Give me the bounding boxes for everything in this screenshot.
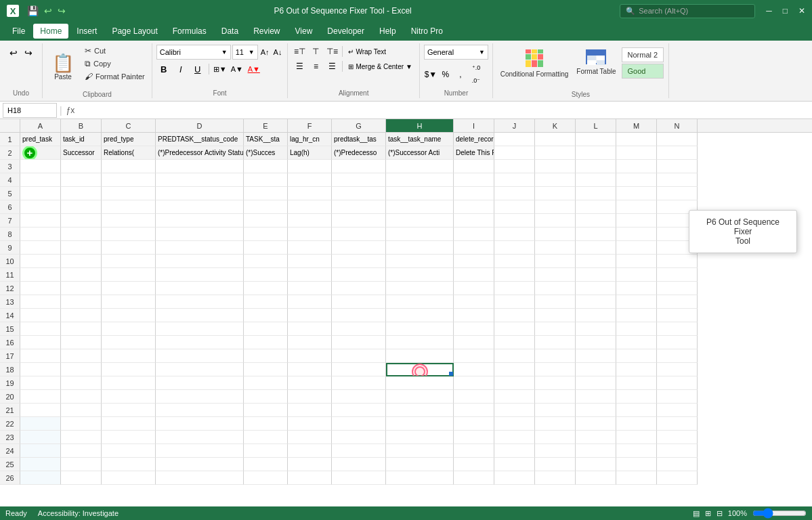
cell-f10[interactable] [288, 255, 332, 268]
cell-c14[interactable] [102, 309, 156, 322]
cell-j11[interactable] [494, 268, 535, 282]
col-header-a[interactable]: A [20, 119, 61, 132]
row-num-2[interactable]: 2 [0, 146, 20, 160]
cell-j24[interactable] [494, 444, 535, 458]
cell-i21[interactable] [454, 404, 494, 417]
cell-h6[interactable] [386, 200, 454, 214]
cell-l5[interactable] [576, 187, 616, 200]
cell-f23[interactable] [288, 431, 332, 444]
cell-m11[interactable] [616, 268, 657, 282]
menu-nitro[interactable]: Nitro Pro [404, 24, 450, 39]
cell-d25[interactable] [156, 458, 244, 471]
cell-a15[interactable] [20, 322, 61, 336]
cell-i24[interactable] [454, 444, 494, 458]
row-num-8[interactable]: 8 [0, 228, 20, 241]
cell-m15[interactable] [616, 322, 657, 336]
cell-l18[interactable] [576, 363, 616, 376]
cell-n13[interactable] [657, 295, 698, 309]
col-header-l[interactable]: L [576, 119, 616, 132]
increase-decimal-btn[interactable]: ⁺.0 [469, 62, 484, 74]
cell-b24[interactable] [61, 444, 102, 458]
cell-l23[interactable] [576, 431, 616, 444]
cell-k23[interactable] [535, 431, 576, 444]
cell-a22[interactable] [20, 417, 61, 431]
cell-h25[interactable] [386, 458, 454, 471]
cell-b19[interactable] [61, 376, 102, 390]
cell-m1[interactable] [616, 133, 657, 146]
cell-d1[interactable]: PREDTASK__status_code [156, 133, 244, 146]
copy-button[interactable]: ⧉ Copy [82, 58, 148, 70]
cell-g23[interactable] [332, 431, 386, 444]
cell-a9[interactable] [20, 241, 61, 255]
cell-k9[interactable] [535, 241, 576, 255]
cell-l1[interactable] [576, 133, 616, 146]
cell-i11[interactable] [454, 268, 494, 282]
cell-k14[interactable] [535, 309, 576, 322]
comma-btn[interactable]: , [454, 68, 467, 81]
cell-m23[interactable] [616, 431, 657, 444]
row-num-7[interactable]: 7 [0, 214, 20, 228]
cell-j23[interactable] [494, 431, 535, 444]
cell-n26[interactable] [657, 471, 698, 485]
cell-i7[interactable] [454, 214, 494, 228]
add-row-button[interactable]: + [22, 146, 37, 160]
cell-j13[interactable] [494, 295, 535, 309]
cell-a21[interactable] [20, 404, 61, 417]
cell-c2[interactable]: Relations( [102, 146, 156, 160]
cell-n23[interactable] [657, 431, 698, 444]
cell-a5[interactable] [20, 187, 61, 200]
cell-l7[interactable] [576, 214, 616, 228]
sheet-view-page[interactable]: ⊟ [717, 509, 723, 518]
cell-e26[interactable] [244, 471, 288, 485]
row-num-19[interactable]: 19 [0, 376, 20, 390]
menu-view[interactable]: View [289, 24, 320, 39]
cell-n19[interactable] [657, 376, 698, 390]
formula-input[interactable] [79, 105, 809, 116]
undo-button[interactable]: ↩ [7, 46, 20, 60]
row-num-21[interactable]: 21 [0, 404, 20, 417]
cell-f20[interactable] [288, 390, 332, 404]
cell-d22[interactable] [156, 417, 244, 431]
col-header-h[interactable]: H [386, 119, 454, 132]
row-num-18[interactable]: 18 [0, 363, 20, 376]
cell-d2[interactable]: (*)Predecessor Activity Status [156, 146, 244, 160]
cell-a7[interactable] [20, 214, 61, 228]
cell-g3[interactable] [332, 160, 386, 173]
cell-h18[interactable] [386, 363, 454, 376]
cell-f13[interactable] [288, 295, 332, 309]
cell-g6[interactable] [332, 200, 386, 214]
cell-h21[interactable] [386, 404, 454, 417]
cell-h8[interactable] [386, 228, 454, 241]
cell-i1[interactable]: delete_record_flag [454, 133, 494, 146]
cell-b22[interactable] [61, 417, 102, 431]
row-num-4[interactable]: 4 [0, 173, 20, 187]
cell-k4[interactable] [535, 173, 576, 187]
cell-l14[interactable] [576, 309, 616, 322]
cell-k1[interactable] [535, 133, 576, 146]
cell-d5[interactable] [156, 187, 244, 200]
cell-n3[interactable] [657, 160, 698, 173]
cell-a20[interactable] [20, 390, 61, 404]
cell-e15[interactable] [244, 322, 288, 336]
cell-b7[interactable] [61, 214, 102, 228]
cell-b20[interactable] [61, 390, 102, 404]
row-num-3[interactable]: 3 [0, 160, 20, 173]
cell-a8[interactable] [20, 228, 61, 241]
row-num-26[interactable]: 26 [0, 471, 20, 485]
align-top-center-btn[interactable]: ⊤ [308, 45, 323, 58]
cell-i25[interactable] [454, 458, 494, 471]
row-num-14[interactable]: 14 [0, 309, 20, 322]
row-num-15[interactable]: 15 [0, 322, 20, 336]
col-header-i[interactable]: I [454, 119, 494, 132]
cell-b3[interactable] [61, 160, 102, 173]
cell-f3[interactable] [288, 160, 332, 173]
cell-e25[interactable] [244, 458, 288, 471]
cell-e14[interactable] [244, 309, 288, 322]
row-num-25[interactable]: 25 [0, 458, 20, 471]
cell-f21[interactable] [288, 404, 332, 417]
cell-j2[interactable] [494, 146, 535, 160]
conditional-formatting-button[interactable]: Conditional Formatting [498, 45, 572, 89]
cell-d14[interactable] [156, 309, 244, 322]
cell-g10[interactable] [332, 255, 386, 268]
align-top-right-btn[interactable]: ⊤≡ [324, 45, 339, 58]
